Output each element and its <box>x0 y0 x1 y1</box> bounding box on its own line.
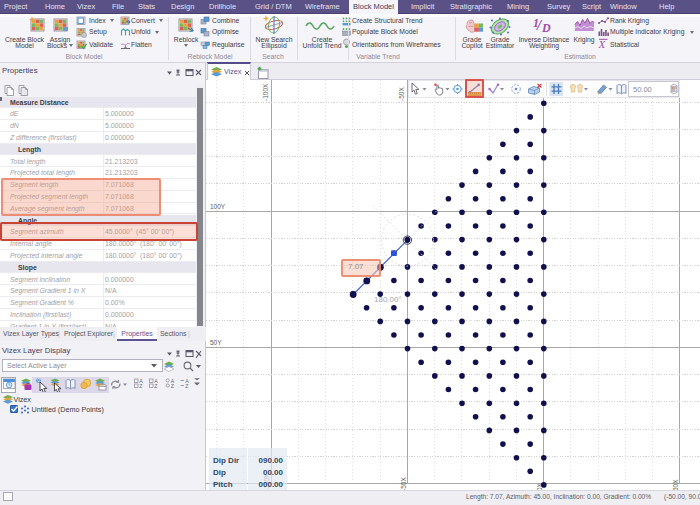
svg-text:50.00: 50.00 <box>633 85 652 94</box>
svg-text:Z: Z <box>185 383 188 389</box>
svg-text:-50X: -50X <box>398 87 405 101</box>
svg-text:Z: Z <box>171 383 174 389</box>
svg-text:Z: Z <box>154 383 157 389</box>
svg-text:D: D <box>541 21 551 35</box>
svg-text:Z: Z <box>139 383 142 389</box>
svg-text:50Y: 50Y <box>210 339 222 346</box>
svg-text:-100X: -100X <box>262 83 269 101</box>
svg-text:50X: 50X <box>672 479 679 490</box>
svg-text:-50X: -50X <box>400 477 407 490</box>
svg-text:100Y: 100Y <box>210 203 226 210</box>
